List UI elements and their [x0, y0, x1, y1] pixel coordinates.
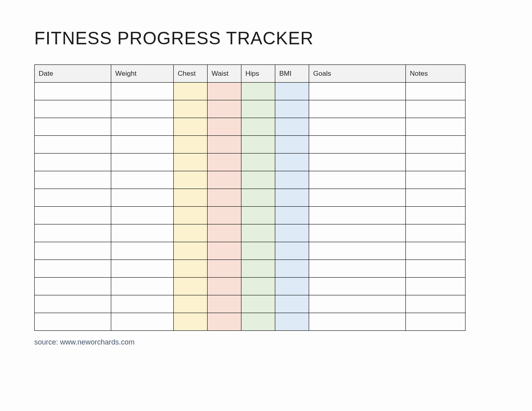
- cell-weight[interactable]: [111, 313, 174, 331]
- cell-goals[interactable]: [309, 278, 406, 295]
- cell-notes[interactable]: [406, 154, 466, 171]
- cell-weight[interactable]: [111, 295, 174, 313]
- cell-weight[interactable]: [111, 189, 174, 207]
- cell-hips[interactable]: [241, 171, 275, 189]
- cell-notes[interactable]: [406, 171, 466, 189]
- cell-date[interactable]: [35, 278, 111, 295]
- cell-notes[interactable]: [406, 83, 466, 100]
- cell-date[interactable]: [35, 136, 111, 154]
- cell-weight[interactable]: [111, 154, 174, 171]
- cell-waist[interactable]: [208, 295, 241, 313]
- cell-hips[interactable]: [241, 260, 275, 278]
- cell-hips[interactable]: [241, 242, 275, 260]
- cell-hips[interactable]: [241, 295, 275, 313]
- cell-chest[interactable]: [174, 171, 208, 189]
- cell-bmi[interactable]: [275, 295, 309, 313]
- cell-weight[interactable]: [111, 242, 174, 260]
- cell-date[interactable]: [35, 295, 111, 313]
- cell-goals[interactable]: [309, 295, 406, 313]
- cell-waist[interactable]: [208, 260, 241, 278]
- cell-date[interactable]: [35, 313, 111, 331]
- cell-chest[interactable]: [174, 260, 208, 278]
- cell-date[interactable]: [35, 260, 111, 278]
- cell-chest[interactable]: [174, 313, 208, 331]
- cell-goals[interactable]: [309, 154, 406, 171]
- cell-hips[interactable]: [241, 278, 275, 295]
- cell-hips[interactable]: [241, 313, 275, 331]
- cell-bmi[interactable]: [275, 207, 309, 224]
- cell-hips[interactable]: [241, 154, 275, 171]
- cell-goals[interactable]: [309, 171, 406, 189]
- cell-date[interactable]: [35, 189, 111, 207]
- cell-hips[interactable]: [241, 100, 275, 118]
- cell-goals[interactable]: [309, 242, 406, 260]
- cell-date[interactable]: [35, 83, 111, 100]
- cell-notes[interactable]: [406, 295, 466, 313]
- cell-waist[interactable]: [208, 154, 241, 171]
- cell-waist[interactable]: [208, 224, 241, 242]
- cell-bmi[interactable]: [275, 260, 309, 278]
- cell-waist[interactable]: [208, 242, 241, 260]
- cell-weight[interactable]: [111, 100, 174, 118]
- cell-chest[interactable]: [174, 118, 208, 136]
- cell-weight[interactable]: [111, 136, 174, 154]
- cell-hips[interactable]: [241, 207, 275, 224]
- cell-waist[interactable]: [208, 100, 241, 118]
- cell-chest[interactable]: [174, 295, 208, 313]
- cell-goals[interactable]: [309, 118, 406, 136]
- cell-date[interactable]: [35, 118, 111, 136]
- cell-notes[interactable]: [406, 224, 466, 242]
- cell-bmi[interactable]: [275, 118, 309, 136]
- cell-chest[interactable]: [174, 100, 208, 118]
- cell-notes[interactable]: [406, 189, 466, 207]
- cell-bmi[interactable]: [275, 278, 309, 295]
- cell-notes[interactable]: [406, 136, 466, 154]
- cell-hips[interactable]: [241, 224, 275, 242]
- cell-weight[interactable]: [111, 171, 174, 189]
- cell-waist[interactable]: [208, 136, 241, 154]
- cell-notes[interactable]: [406, 118, 466, 136]
- cell-waist[interactable]: [208, 207, 241, 224]
- cell-goals[interactable]: [309, 207, 406, 224]
- cell-notes[interactable]: [406, 278, 466, 295]
- cell-bmi[interactable]: [275, 136, 309, 154]
- cell-date[interactable]: [35, 242, 111, 260]
- cell-waist[interactable]: [208, 83, 241, 100]
- cell-goals[interactable]: [309, 224, 406, 242]
- cell-bmi[interactable]: [275, 154, 309, 171]
- cell-goals[interactable]: [309, 313, 406, 331]
- cell-date[interactable]: [35, 171, 111, 189]
- cell-date[interactable]: [35, 154, 111, 171]
- cell-notes[interactable]: [406, 260, 466, 278]
- cell-waist[interactable]: [208, 313, 241, 331]
- cell-bmi[interactable]: [275, 242, 309, 260]
- cell-hips[interactable]: [241, 118, 275, 136]
- cell-notes[interactable]: [406, 207, 466, 224]
- cell-weight[interactable]: [111, 278, 174, 295]
- cell-bmi[interactable]: [275, 224, 309, 242]
- cell-hips[interactable]: [241, 189, 275, 207]
- cell-date[interactable]: [35, 207, 111, 224]
- cell-chest[interactable]: [174, 242, 208, 260]
- cell-bmi[interactable]: [275, 100, 309, 118]
- cell-goals[interactable]: [309, 260, 406, 278]
- cell-hips[interactable]: [241, 136, 275, 154]
- cell-goals[interactable]: [309, 83, 406, 100]
- cell-weight[interactable]: [111, 118, 174, 136]
- cell-bmi[interactable]: [275, 189, 309, 207]
- cell-goals[interactable]: [309, 136, 406, 154]
- cell-goals[interactable]: [309, 189, 406, 207]
- cell-weight[interactable]: [111, 207, 174, 224]
- cell-weight[interactable]: [111, 83, 174, 100]
- cell-goals[interactable]: [309, 100, 406, 118]
- cell-bmi[interactable]: [275, 83, 309, 100]
- cell-weight[interactable]: [111, 260, 174, 278]
- cell-waist[interactable]: [208, 118, 241, 136]
- cell-chest[interactable]: [174, 189, 208, 207]
- cell-date[interactable]: [35, 224, 111, 242]
- cell-waist[interactable]: [208, 171, 241, 189]
- cell-notes[interactable]: [406, 313, 466, 331]
- cell-chest[interactable]: [174, 278, 208, 295]
- cell-waist[interactable]: [208, 189, 241, 207]
- cell-notes[interactable]: [406, 100, 466, 118]
